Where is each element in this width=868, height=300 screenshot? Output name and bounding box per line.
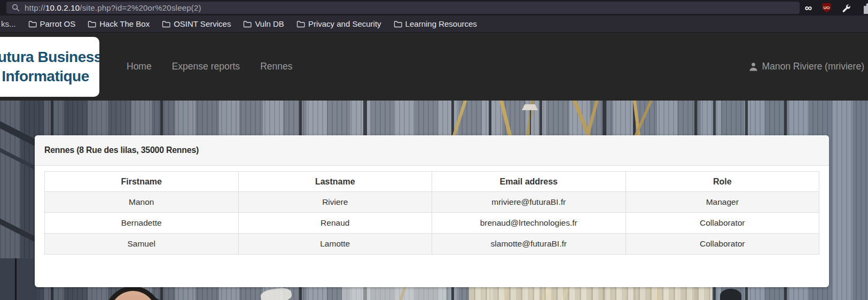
- bookmark-folder-parrot-os[interactable]: Parrot OS: [28, 19, 76, 28]
- url-scheme: http://: [25, 3, 45, 12]
- browser-window: http://10.0.2.10/site.php?id=2%20or%20sl…: [0, 0, 868, 300]
- cell-firstname: Manon: [45, 192, 239, 213]
- folder-icon: [394, 20, 402, 28]
- employees-table: Firstname Lastname Email address Role Ma…: [44, 171, 819, 255]
- cell-email: slamotte@futuraBI.fr: [432, 234, 626, 255]
- table-row: Bernadette Renaud brenaud@lrtechnologies…: [45, 213, 819, 234]
- cell-role: Collaborator: [625, 234, 819, 255]
- url-bar[interactable]: http://10.0.2.10/site.php?id=2%20or%20sl…: [6, 2, 800, 14]
- bookmark-folder-privacy-and-security[interactable]: Privacy and Security: [296, 19, 381, 28]
- ublock-origin-shield-icon[interactable]: UO: [822, 3, 831, 13]
- dark-corner: [0, 258, 37, 300]
- cell-role: Collaborator: [625, 213, 819, 234]
- cell-firstname: Samuel: [45, 234, 239, 255]
- panel-body: Firstname Lastname Email address Role Ma…: [35, 166, 829, 255]
- person-head-2: [720, 289, 741, 300]
- col-header-lastname: Lastname: [238, 172, 432, 192]
- col-header-email: Email address: [432, 172, 626, 192]
- bookmark-folder-learning-resources[interactable]: Learning Resources: [394, 19, 477, 28]
- user-icon: [749, 62, 758, 71]
- table-row: Manon Riviere mriviere@futuraBI.fr Manag…: [45, 192, 819, 213]
- table-row: Samuel Lamotte slamotte@futuraBI.fr Coll…: [45, 234, 819, 255]
- nav-item-home[interactable]: Home: [127, 61, 152, 72]
- user-label: Manon Riviere (mriviere): [762, 61, 864, 72]
- user-menu[interactable]: Manon Riviere (mriviere): [749, 33, 864, 101]
- toolbar-extension-icons: ∞ UO: [804, 0, 868, 16]
- bookmark-folder-vuln-db[interactable]: Vuln DB: [243, 19, 284, 28]
- extensions-puzzle-icon[interactable]: [861, 2, 868, 14]
- noscript-infinity-icon[interactable]: ∞: [804, 3, 812, 13]
- cell-lastname: Riviere: [238, 192, 432, 213]
- url-domain: 10.0.2.10: [45, 3, 80, 12]
- lamp-shade: [522, 104, 538, 110]
- search-icon: [12, 4, 20, 12]
- cell-lastname: Lamotte: [238, 234, 432, 255]
- bookmark-folder-hack-the-box[interactable]: Hack The Box: [88, 19, 150, 28]
- logo-line-2: Informatique: [2, 67, 89, 86]
- cell-lastname: Renaud: [238, 213, 432, 234]
- bookmarks-bar: ks... Parrot OS Hack The Box OSINT Servi…: [0, 16, 868, 33]
- rennes-office-panel: Rennes (8 Rue des lilas, 35000 Rennes) F…: [35, 135, 829, 287]
- bookmark-item-truncated[interactable]: ks...: [1, 19, 16, 28]
- browser-toolbar: http://10.0.2.10/site.php?id=2%20or%20sl…: [0, 0, 868, 16]
- nav-item-expense-reports[interactable]: Expense reports: [172, 61, 240, 72]
- panel-heading: Rennes (8 Rue des lilas, 35000 Rennes): [35, 135, 829, 166]
- url-path: /site.php?id=2%20or%20sleep(2): [80, 3, 201, 12]
- site-logo[interactable]: Futura Business Informatique: [0, 37, 99, 97]
- col-header-role: Role: [625, 172, 819, 192]
- folder-icon: [88, 20, 96, 28]
- main-nav: Home Expense reports Rennes: [127, 33, 292, 101]
- person-head: [103, 286, 163, 300]
- cell-email: mriviere@futuraBI.fr: [432, 192, 626, 213]
- table-header-row: Firstname Lastname Email address Role: [45, 172, 819, 192]
- folder-icon: [162, 20, 170, 28]
- folder-icon: [296, 20, 305, 28]
- site-header: Futura Business Informatique Home Expens…: [0, 33, 868, 101]
- lamp-stem: [530, 108, 531, 135]
- wrench-icon[interactable]: [841, 3, 851, 13]
- cell-email: brenaud@lrtechnologies.fr: [432, 213, 626, 234]
- folder-icon: [243, 20, 252, 28]
- nav-item-rennes[interactable]: Rennes: [260, 61, 292, 72]
- white-object: [260, 287, 292, 300]
- cell-firstname: Bernadette: [45, 213, 239, 234]
- col-header-firstname: Firstname: [45, 172, 239, 192]
- cell-role: Manager: [625, 192, 819, 213]
- folder-icon: [28, 20, 37, 28]
- bookmark-folder-osint-services[interactable]: OSINT Services: [162, 19, 231, 28]
- url-text[interactable]: http://10.0.2.10/site.php?id=2%20or%20sl…: [25, 3, 201, 12]
- logo-line-1: Futura Business: [0, 48, 99, 67]
- panel-title: Rennes (8 Rue des lilas, 35000 Rennes): [44, 145, 199, 156]
